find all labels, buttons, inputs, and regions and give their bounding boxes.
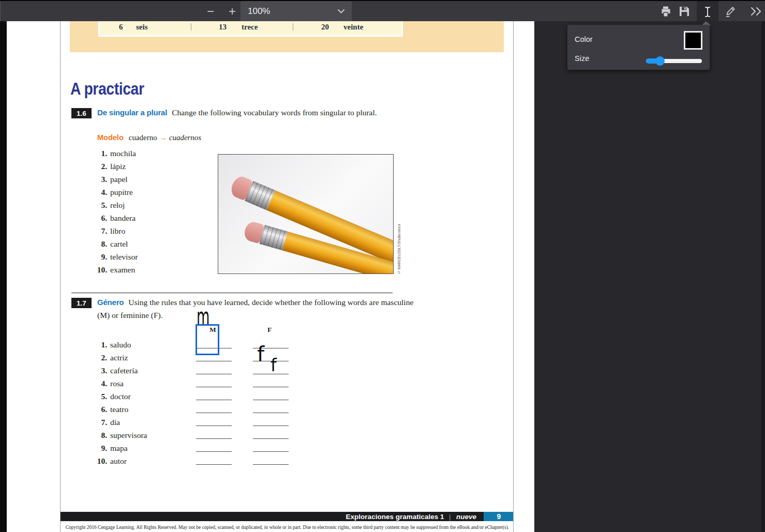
book-page: 6 seis 13 trece 20 veinte A practicar 1.… [60,21,514,532]
item-number: 4. [89,377,107,390]
item-word: lápiz [110,162,126,171]
item-word: mochila [110,149,136,158]
pencil-icon [724,5,737,18]
app-background [534,21,765,532]
item-number: 9. [89,442,107,454]
copyright-notice: Copyright 2016 Cengage Learning. All Rig… [61,525,514,530]
section-divider-line [71,293,393,293]
item-number: 3. [89,173,107,186]
item-number: 8. [89,237,107,250]
numbers-table: 6 seis 13 trece 20 veinte [98,21,403,37]
list-item: 5.doctor [89,390,147,403]
item-word: pupitre [110,188,133,196]
text-tool-button-active[interactable] [697,1,718,22]
zoom-level-dropdown[interactable]: 100% [241,1,352,21]
exercise-1-7-word-list: 1.saludo 2.actriz 3.cafetería [89,338,147,467]
item-word: papel [110,175,128,184]
item-word: saludo [110,340,131,349]
chevron-down-icon [338,9,344,13]
table-divider [191,23,191,31]
feminine-blank-line[interactable] [253,400,289,400]
feminine-blank-line[interactable] [253,451,289,452]
exercise-instructions: GéneroUsing the rules that you have lear… [97,296,415,322]
list-item: 1.saludo [89,338,147,351]
modelo-example: Modelocuaderno→cuadernos [97,133,201,142]
size-slider[interactable] [646,56,702,66]
text-cursor-icon [702,6,713,18]
item-word: cartel [110,239,128,248]
modelo-source: cuaderno [129,133,157,142]
exercise-1-7: 1.7 GéneroUsing the rules that you have … [71,296,415,322]
photo-credit: © MARCELODLT/Shutterstock [396,154,402,274]
modelo-answer: cuadernos [169,133,202,142]
zoom-in-button[interactable]: + [224,1,240,21]
item-number: 10. [89,263,107,276]
list-item: 3.cafetería [89,364,147,377]
table-word: seis [136,23,148,32]
masculine-blank-line[interactable] [196,425,232,426]
footer-book-title: Exploraciones gramaticales 1 [346,513,444,521]
draw-tool-button[interactable] [721,1,740,21]
list-item: 4.pupitre [89,186,138,199]
masculine-blank-line[interactable] [196,438,232,439]
text-tool-options-panel: Color Size [567,25,710,70]
masculine-blank-line[interactable] [196,400,232,400]
feminine-blank-line[interactable] [253,413,289,413]
color-swatch[interactable] [684,31,702,50]
handwritten-annotation-f[interactable]: f [271,357,277,374]
instruction-text: Change the following vocabulary words fr… [172,108,377,117]
list-item: 9.televisor [89,250,138,263]
zoom-out-button[interactable]: − [203,1,218,21]
table-word: veinte [343,23,363,32]
item-number: 2. [89,351,107,364]
item-number: 7. [89,224,107,237]
feminine-blank-line[interactable] [253,387,289,387]
print-button[interactable] [657,1,674,21]
save-button[interactable] [676,1,693,21]
expand-tools-button[interactable] [747,1,765,21]
item-word: doctor [110,392,131,401]
footer-page-word: nueve [456,513,476,521]
exercise-number-badge: 1.7 [71,298,92,308]
item-number: 4. [89,186,107,199]
item-word: bandera [110,214,136,222]
viewer-left-gutter [0,21,7,532]
list-item: 8.cartel [89,237,138,250]
slider-thumb[interactable] [655,56,665,66]
feminine-blank-line[interactable] [253,464,289,465]
masculine-blank-line[interactable] [196,361,232,361]
item-word: teatro [110,405,128,414]
vocabulary-table-block: 6 seis 13 trece 20 veinte [70,21,504,52]
table-word: trece [242,23,258,32]
masculine-blank-line[interactable] [196,464,232,465]
instruction-text: Using the rules that you have learned, d… [97,298,413,320]
exercise-1-6-word-list: 1.mochila 2.lápiz 3.papel 4.pupitre 5.re… [89,147,138,276]
list-item: 9.mapa [89,442,147,454]
handwritten-annotation-f[interactable]: f [257,344,264,364]
exercise-title: De singular a plural [97,108,167,117]
masculine-blank-line[interactable] [196,451,232,452]
item-number: 5. [89,199,107,211]
annotation-selection-box[interactable] [196,324,219,355]
item-word: televisor [110,252,138,261]
app-background-edge [761,21,765,532]
list-item: 8.supervisora [89,429,147,442]
exercise-number-badge: 1.6 [71,108,92,118]
feminine-blank-line[interactable] [253,425,289,426]
masculine-blank-line[interactable] [196,387,232,387]
exercise-title: Género [97,298,124,307]
page-footer-bar: Exploraciones gramaticales 1 | nueve [61,512,484,521]
toolbar: − + 100% [0,0,765,21]
item-word: día [110,418,120,427]
page-number-badge: 9 [484,512,514,521]
table-number: 20 [321,23,329,32]
double-chevron-right-icon [749,6,763,17]
arrow-icon: → [159,133,167,142]
list-item: 7.libro [89,224,138,237]
masculine-blank-line[interactable] [196,413,232,413]
printer-icon [659,5,672,18]
table-divider [293,23,293,31]
zoom-level-value: 100% [248,6,270,17]
feminine-blank-line[interactable] [253,438,289,439]
masculine-blank-line[interactable] [196,374,232,374]
